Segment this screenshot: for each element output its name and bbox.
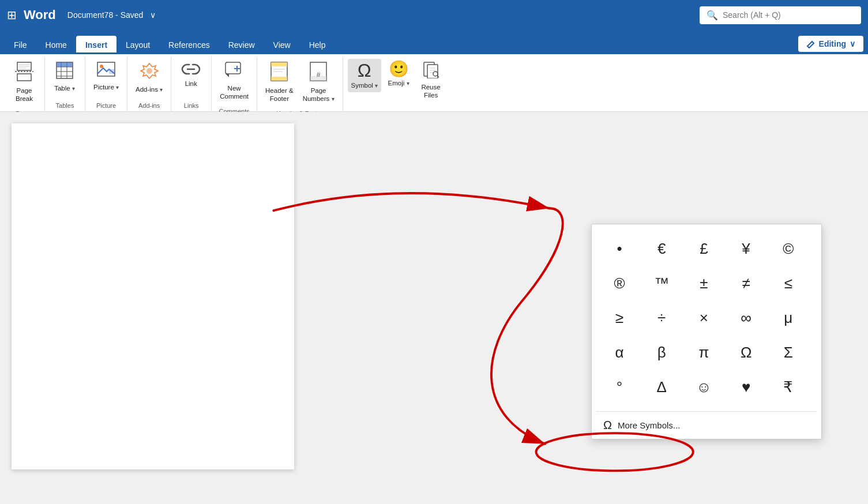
tab-view[interactable]: View [264,36,300,54]
emoji-icon: 🙂 [389,61,409,77]
symbol-cell-pi[interactable]: π [685,335,722,370]
app-name: Word [24,7,56,22]
ribbon-group-comments: NewComment Comments [212,57,257,111]
symbol-button[interactable]: Ω Symbol ▾ [348,59,382,92]
addins-group-items: Add-ins ▾ [132,57,166,100]
svg-rect-17 [109,69,115,74]
tab-help[interactable]: Help [300,36,335,54]
pagebreak-label: PageBreak [16,87,33,103]
symbol-cell-pound[interactable]: £ [685,231,722,266]
picture-button[interactable]: Picture ▾ [90,59,122,94]
newcomment-button[interactable]: NewComment [216,59,252,103]
pagenumbers-icon: # [309,61,328,85]
symbol-cell-divide[interactable]: ÷ [643,300,680,335]
tab-references[interactable]: References [159,36,219,54]
links-group-items: Link [176,57,206,100]
search-icon: 🔍 [707,10,718,21]
pagenumbers-label: PageNumbers ▾ [303,87,335,103]
editing-dropdown-icon: ∨ [850,39,855,48]
reusefiles-label: ReuseFiles [421,84,440,100]
symbol-cell-infinity[interactable]: ∞ [728,300,765,335]
grid-icon[interactable]: ⊞ [7,8,17,22]
symbol-cell-yen[interactable]: ¥ [728,231,765,266]
symbol-cell-registered[interactable]: ® [601,266,638,300]
pagebreak-icon [15,61,33,85]
tab-file[interactable]: File [5,36,36,54]
svg-rect-25 [271,77,287,81]
svg-rect-24 [271,62,287,66]
symbols-group-label [348,107,446,109]
symbol-cell-rupee[interactable]: ₹ [770,370,807,404]
pagebreak-button[interactable]: PageBreak [9,59,39,106]
link-button[interactable]: Link [176,59,206,91]
tab-insert[interactable]: Insert [76,36,117,54]
symbol-cell-degree[interactable]: ° [601,370,638,404]
reusefiles-icon [422,61,440,81]
symbol-cell-alpha[interactable]: α [601,335,638,370]
tab-layout[interactable]: Layout [117,36,159,54]
ribbon-group-addins: Add-ins ▾ Add-ins [127,57,171,111]
doc-name: Document78 - Saved [67,10,144,20]
tables-group-items: Table ▾ [50,57,80,100]
ribbon-group-tables: Table ▾ Tables [45,57,85,111]
addins-group-label: Add-ins [132,100,166,109]
search-input[interactable] [723,10,854,20]
table-label: Table ▾ [54,85,75,93]
symbol-cell-beta[interactable]: β [643,335,680,370]
symbol-dropdown: • € £ ¥ © ® ™ ± ≠ ≤ ≥ ÷ × ∞ μ α β π Ω Σ … [591,224,822,439]
link-label: Link [185,80,197,88]
symbol-cell-copyright[interactable]: © [770,231,807,266]
symbol-cell-plusminus[interactable]: ± [685,266,722,300]
symbol-cell-lessequal[interactable]: ≤ [770,266,807,300]
doc-dropdown[interactable]: ∨ [150,10,156,20]
links-group-label: Links [176,100,206,109]
table-icon [55,61,74,82]
symbol-cell-trademark[interactable]: ™ [643,266,680,300]
newcomment-icon [224,61,244,82]
ribbon-group-headerfooter: Header &Footer # PageNumbers ▾ Header & … [257,57,343,111]
symbol-label: Symbol ▾ [351,82,378,90]
svg-point-16 [100,65,103,68]
symbol-cell-delta[interactable]: Δ [643,370,680,404]
pagenumbers-button[interactable]: # PageNumbers ▾ [299,59,338,106]
headerfooter-label: Header &Footer [265,87,294,103]
symbol-icon: Ω [358,61,371,80]
ribbon-group-symbols: Ω Symbol ▾ 🙂 Emoji ▾ [343,57,451,111]
addins-button[interactable]: Add-ins ▾ [132,59,166,96]
symbol-cell-sigma[interactable]: Σ [770,335,807,370]
tab-review[interactable]: Review [219,36,264,54]
svg-point-18 [146,68,152,74]
editing-button[interactable]: Editing ∨ [798,36,863,52]
emoji-label: Emoji ▾ [388,80,409,88]
symbol-cell-greaterequal[interactable]: ≥ [601,300,638,335]
ribbon-group-pages: PageBreak Pages [5,57,45,111]
svg-rect-12 [57,62,61,67]
comments-group-items: NewComment [216,57,252,106]
symbol-cell-mu[interactable]: μ [770,300,807,335]
symbol-cell-notequal[interactable]: ≠ [728,266,765,300]
reusefiles-button[interactable]: ReuseFiles [416,59,446,102]
more-symbols-label: More Symbols... [618,420,680,430]
tab-home[interactable]: Home [36,36,76,54]
ribbon-tab-bar: File Home Insert Layout References Revie… [0,30,868,54]
symbol-cell-smiley[interactable]: ☺ [685,370,722,404]
emoji-button[interactable]: 🙂 Emoji ▾ [384,59,414,90]
addins-label: Add-ins ▾ [136,86,163,94]
more-symbols-icon: Ω [603,419,612,432]
addins-icon [140,61,159,84]
symbol-cell-multiply[interactable]: × [685,300,722,335]
symbol-cell-heart[interactable]: ♥ [728,370,765,404]
ribbon-group-picture: Picture ▾ Picture [85,57,127,111]
search-box[interactable]: 🔍 [700,6,861,24]
more-symbols-button[interactable]: Ω More Symbols... [592,412,821,439]
symbol-cell-omega[interactable]: Ω [728,335,765,370]
symbol-cell-euro[interactable]: € [643,231,680,266]
table-button[interactable]: Table ▾ [50,59,80,95]
symbol-cell-bullet[interactable]: • [601,231,638,266]
svg-rect-30 [310,76,326,81]
headerfooter-button[interactable]: Header &Footer [262,59,297,106]
document-area: • € £ ¥ © ® ™ ± ≠ ≤ ≥ ÷ × ∞ μ α β π Ω Σ … [0,112,868,504]
title-bar: ⊞ Word Document78 - Saved ∨ 🔍 [0,0,868,30]
svg-rect-14 [67,62,73,67]
newcomment-label: NewComment [220,85,249,101]
